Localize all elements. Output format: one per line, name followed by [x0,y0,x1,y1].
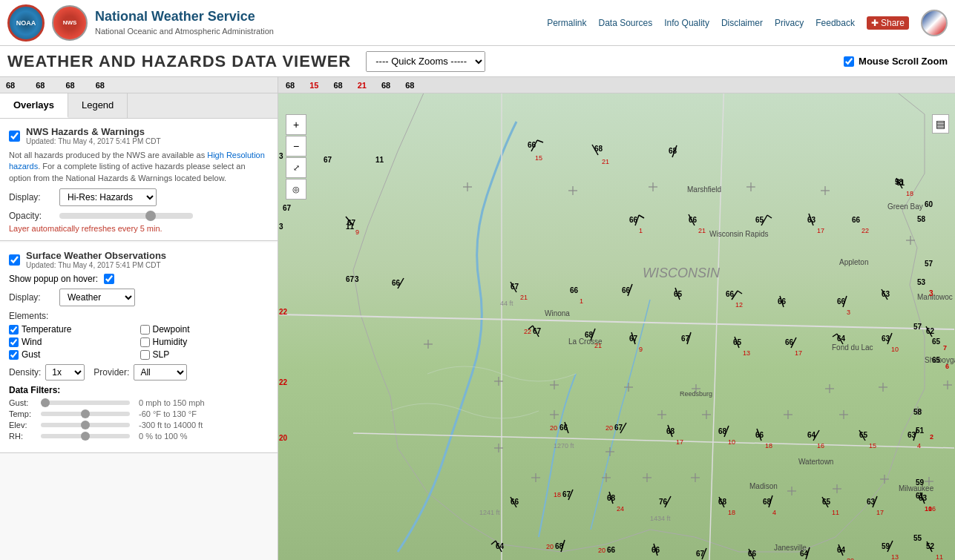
quick-zoom-dropdown[interactable]: ---- Quick Zooms ----- National Regional… [366,51,485,72]
nws-flag-icon [921,10,948,36]
strip-num-1: 68 [6,81,15,90]
slp-checkbox[interactable] [140,350,150,360]
layer1-title: NWS Hazards & Warnings [26,126,161,137]
header: NOAA NWS National Weather Service Nation… [0,0,955,46]
layer1-display-select-input[interactable]: Hi-Res: Hazards Standard Hazards All Haz… [60,190,156,205]
filter-temp-range: -60 °F to 130 °F [139,409,197,418]
privacy-link[interactable]: Privacy [775,18,804,28]
share-icon: ✚ [871,18,879,28]
layer1-checkbox[interactable] [9,131,20,142]
permalink-link[interactable]: Permalink [547,18,586,28]
nws-logo: NWS [52,5,88,41]
element-slp: SLP [140,349,269,360]
layer2-display-label: Display: [9,292,53,303]
layer1-display-row: Display: Hi-Res: Hazards Standard Hazard… [9,188,269,206]
zoom-in-button[interactable]: + [286,114,306,135]
layer2-display-select[interactable]: Weather Temperature Wind Pressure [59,289,135,306]
gust-label: Gust [22,349,40,360]
top-numbers-strip: 68 15 68 21 68 68 [278,77,955,93]
sidebar: 68 68 68 68 Overlays Legend NWS Hazards … [0,77,278,560]
filter-temp-slider[interactable] [41,412,130,416]
filter-rh-range: 0 % to 100 % [139,432,187,441]
agency-subtitle: National Oceanic and Atmospheric Adminis… [95,26,274,37]
layer1-opacity-row: Opacity: [9,211,269,221]
filter-gust-slider[interactable] [41,401,130,405]
noaa-logo: NOAA [7,4,45,42]
layer-surface-weather: Surface Weather Observations Updated: Th… [0,243,278,453]
filter-elev-slider[interactable] [41,423,130,427]
top-strip: 68 68 68 68 [0,77,278,93]
quick-zoom-select-input[interactable]: ---- Quick Zooms ----- National Regional… [367,51,485,72]
provider-group: Provider: All ASOS AWOS METAR [93,364,187,381]
share-button[interactable]: ✚ Share [867,16,909,30]
layer1-display-select[interactable]: Hi-Res: Hazards Standard Hazards All Haz… [59,188,157,206]
map-background [278,77,955,560]
density-select-input[interactable]: 1x 2x 0.5x [46,366,84,379]
wind-label: Wind [22,337,42,347]
filter-gust: Gust: 0 mph to 150 mph [9,398,269,407]
density-select[interactable]: 1x 2x 0.5x [45,364,85,381]
feedback-link[interactable]: Feedback [815,18,855,28]
layer-switcher-button[interactable]: ▤ [932,114,949,134]
filter-elev-label: Elev: [9,421,35,429]
provider-label: Provider: [93,367,129,378]
humidity-checkbox[interactable] [140,337,150,347]
locate-button[interactable]: ◎ [286,179,306,200]
data-filters: Data Filters: Gust: 0 mph to 150 mph Tem… [9,385,269,441]
provider-select-input[interactable]: All ASOS AWOS METAR [134,366,186,379]
density-provider-row: Density: 1x 2x 0.5x Provider: All [9,364,269,381]
map-area[interactable]: WISCONSIN Winona La Crosse Wisconsin Rap… [278,77,955,560]
wind-checkbox[interactable] [9,337,19,347]
layer1-opacity-slider[interactable] [59,213,193,219]
dewpoint-checkbox[interactable] [140,325,150,335]
hi-res-link[interactable]: High Resolution hazards [9,151,265,171]
mouse-scroll-zoom-checkbox[interactable] [844,56,854,67]
nav-links: Permalink Data Sources Info Quality Disc… [274,10,948,36]
layer-nws-hazards: NWS Hazards & Warnings Updated: Thu May … [0,119,278,241]
strip-num-2: 68 [36,81,45,90]
zoom-out-button[interactable]: − [286,136,306,157]
filter-rh-slider[interactable] [41,434,130,438]
layer2-header: Surface Weather Observations Updated: Th… [9,250,269,269]
element-wind: Wind [9,337,138,347]
humidity-label: Humidity [153,337,188,347]
layer2-title: Surface Weather Observations [26,250,166,261]
layer2-display-select-input[interactable]: Weather Temperature Wind Pressure [60,290,134,305]
layer1-updated: Updated: Thu May 4, 2017 5:41 PM CDT [26,137,161,145]
mouse-scroll-zoom-label[interactable]: Mouse Scroll Zoom [859,56,948,67]
layer2-updated: Updated: Thu May 4, 2017 5:41 PM CDT [26,261,166,269]
layer1-refresh-notice: Layer automatically refreshes every 5 mi… [9,224,269,233]
page-title: WEATHER AND HAZARDS DATA VIEWER [7,52,351,71]
strip-val-6: 68 [405,81,414,90]
fullscreen-button[interactable]: ⤢ [286,157,306,178]
layer1-opacity-label: Opacity: [9,211,53,221]
filter-rh-label: RH: [9,432,35,441]
layer2-display-row: Display: Weather Temperature Wind Pressu… [9,289,269,306]
filter-gust-range: 0 mph to 150 mph [139,398,205,407]
show-popup-checkbox[interactable] [104,274,114,284]
info-quality-link[interactable]: Info Quality [664,18,709,28]
elements-grid: Temperature Dewpoint Wind Humidity [9,324,269,360]
layer1-header: NWS Hazards & Warnings Updated: Thu May … [9,126,269,145]
layer2-checkbox[interactable] [9,254,20,266]
layer1-notice: Not all hazards produced by the NWS are … [9,150,269,184]
tab-overlays[interactable]: Overlays [0,93,68,118]
disclaimer-link[interactable]: Disclaimer [721,18,763,28]
elements-section: Elements: Temperature Dewpoint Wind [9,311,269,360]
provider-select[interactable]: All ASOS AWOS METAR [134,364,187,381]
layer-icon-symbol: ▤ [936,118,945,130]
tab-legend[interactable]: Legend [68,93,128,118]
filter-temp-label: Temp: [9,409,35,418]
density-group: Density: 1x 2x 0.5x [9,364,85,381]
main-layout: 68 68 68 68 Overlays Legend NWS Hazards … [0,77,955,560]
element-humidity: Humidity [140,337,269,347]
strip-val-3: 68 [334,81,343,90]
slp-label: SLP [153,349,170,360]
filters-title: Data Filters: [9,385,269,395]
gust-checkbox[interactable] [9,350,19,360]
title-bar: WEATHER AND HAZARDS DATA VIEWER ---- Qui… [0,46,955,77]
element-gust: Gust [9,349,138,360]
element-temperature: Temperature [9,324,138,335]
data-sources-link[interactable]: Data Sources [599,18,653,28]
temperature-checkbox[interactable] [9,325,19,335]
